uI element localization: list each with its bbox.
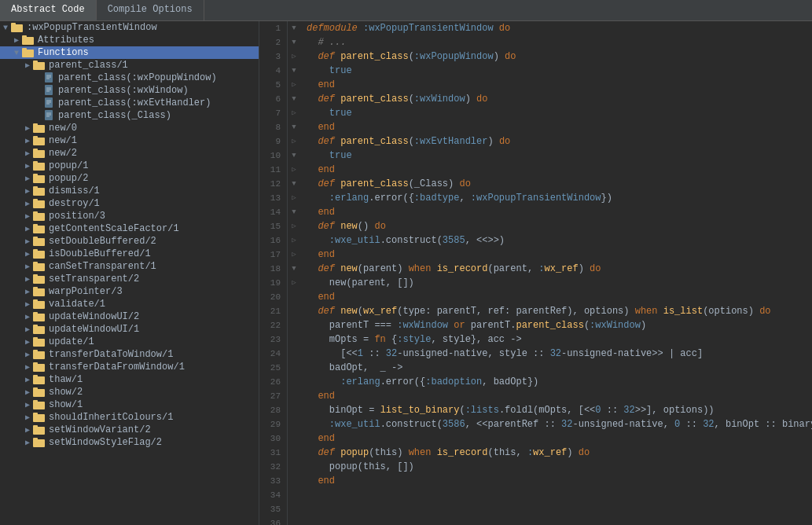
svg-rect-37 <box>33 199 38 202</box>
tree-arrow: ▶ <box>22 325 33 334</box>
tree-item-show1[interactable]: ▶ show/1 <box>0 398 259 411</box>
tree-item-pc_class[interactable]: parent_class(_Class) <box>0 109 259 122</box>
tree-item-label: setWindowVariant/2 <box>49 424 151 435</box>
tree-arrow: ▶ <box>22 123 33 133</box>
svg-rect-61 <box>33 350 38 353</box>
fold-indicator[interactable]: ▷ <box>288 78 300 92</box>
tree-item-isDoubleBuffered1[interactable]: ▶ isDoubleBuffered/1 <box>0 248 259 260</box>
tree-item-setTransparent2[interactable]: ▶ setTransparent/2 <box>0 273 259 285</box>
fold-indicator[interactable]: ▷ <box>288 219 300 233</box>
fold-indicator[interactable]: ▷ <box>288 233 300 248</box>
tree-item-label: Functions <box>38 47 89 58</box>
fold-indicator[interactable]: ▷ <box>288 106 300 120</box>
fold-indicator[interactable]: ▷ <box>288 163 300 177</box>
tree-item-functions[interactable]: ▼ Functions <box>0 46 259 59</box>
tab-abstract-code[interactable]: Abstract Code <box>0 0 97 20</box>
tree-item-shouldInheritColours1[interactable]: ▶ shouldInheritColours/1 <box>0 411 259 424</box>
tree-item-position3[interactable]: ▶ position/3 <box>0 210 259 222</box>
fold-indicator[interactable]: ▼ <box>288 92 300 106</box>
line-number: 8 <box>263 120 281 134</box>
folder-icon <box>33 236 46 247</box>
tree-arrow: ▶ <box>22 249 33 259</box>
tree-item-new2[interactable]: ▶ new/2 <box>0 147 259 160</box>
fold-indicator[interactable]: ▼ <box>288 177 300 191</box>
tree-item-destroy1[interactable]: ▶ destroy/1 <box>0 197 259 210</box>
line-number: 29 <box>263 417 281 431</box>
main-layout: ▼ :wxPopupTransientWindow▶ Attributes▼ F… <box>0 21 812 525</box>
line-number: 13 <box>263 191 281 205</box>
tree-item-label: parent_class(:wxEvtHandler) <box>58 97 211 108</box>
tree-item-updateWindowUI2[interactable]: ▶ updateWindowUI/2 <box>0 310 259 323</box>
tree-item-validate1[interactable]: ▶ validate/1 <box>0 298 259 310</box>
tree-item-getContentScaleFactor1[interactable]: ▶ getContentScaleFactor/1 <box>0 222 259 235</box>
svg-rect-35 <box>33 186 38 189</box>
fold-indicator[interactable]: ▼ <box>288 21 300 35</box>
tab-bar: Abstract CodeCompile Options <box>0 0 812 21</box>
tree-item-transferDataFromWindow1[interactable]: ▶ transferDataFromWindow/1 <box>0 361 259 373</box>
fold-indicator[interactable]: ▷ <box>288 248 300 262</box>
tree-item-pc_wxevthandler[interactable]: parent_class(:wxEvtHandler) <box>0 97 259 109</box>
file-icon <box>44 85 55 96</box>
line-number: 12 <box>263 177 281 191</box>
tree-item-label: transferDataFromWindow/1 <box>49 362 185 373</box>
tree-arrow: ▶ <box>22 274 33 284</box>
tree-item-setWindowStyleFlag2[interactable]: ▶ setWindowStyleFlag/2 <box>0 436 259 449</box>
tree-item-label: shouldInheritColours/1 <box>49 412 173 423</box>
tree-item-popup1[interactable]: ▶ popup/1 <box>0 160 259 172</box>
tree-item-thaw1[interactable]: ▶ thaw/1 <box>0 373 259 386</box>
fold-indicator[interactable]: ▼ <box>288 205 300 219</box>
folder-icon <box>33 135 46 146</box>
tree-item-dismiss1[interactable]: ▶ dismiss/1 <box>0 185 259 197</box>
tree-item-label: show/1 <box>49 399 83 410</box>
tree-item-new1[interactable]: ▶ new/1 <box>0 134 259 147</box>
tree-item-label: setWindowStyleFlag/2 <box>49 437 162 448</box>
svg-rect-49 <box>33 274 38 277</box>
tree-item-label: setDoubleBuffered/2 <box>49 236 156 247</box>
fold-indicator[interactable]: ▷ <box>288 276 300 290</box>
fold-indicator[interactable]: ▷ <box>288 50 300 64</box>
fold-indicator[interactable]: ▼ <box>288 35 300 50</box>
tree-item-root[interactable]: ▼ :wxPopupTransientWindow <box>0 21 259 34</box>
tree-item-warpPointer3[interactable]: ▶ warpPointer/3 <box>0 285 259 298</box>
fold-indicator[interactable]: ▼ <box>288 262 300 276</box>
tree-item-new0[interactable]: ▶ new/0 <box>0 122 259 134</box>
folder-icon <box>33 437 46 448</box>
tree-item-setWindowVariant2[interactable]: ▶ setWindowVariant/2 <box>0 424 259 436</box>
svg-rect-33 <box>33 174 38 177</box>
svg-rect-55 <box>33 312 38 315</box>
folder-icon <box>33 173 46 184</box>
tree-arrow: ▶ <box>22 438 33 447</box>
tree-item-pc_wxpopupwindow[interactable]: parent_class(:wxPopupWindow) <box>0 72 259 84</box>
tree-item-label: new/1 <box>49 135 77 146</box>
folder-icon <box>33 160 46 171</box>
tree-item-transferDataToWindow1[interactable]: ▶ transferDataToWindow/1 <box>0 348 259 361</box>
tree-item-update1[interactable]: ▶ update/1 <box>0 336 259 348</box>
line-number: 24 <box>263 347 281 361</box>
tree-item-pc_wxwindow[interactable]: parent_class(:wxWindow) <box>0 84 259 97</box>
tree-item-label: dismiss/1 <box>49 185 100 196</box>
tab-compile-options[interactable]: Compile Options <box>97 0 204 20</box>
tree-item-updateWindowUI1[interactable]: ▶ updateWindowUI/1 <box>0 323 259 336</box>
fold-indicator[interactable]: ▼ <box>288 64 300 78</box>
line-number: 28 <box>263 403 281 417</box>
tree-item-popup2[interactable]: ▶ popup/2 <box>0 172 259 185</box>
tree-item-label: parent_class/1 <box>49 60 128 71</box>
tree-item-show2[interactable]: ▶ show/2 <box>0 386 259 398</box>
code-line: :erlang.error({:badoption, badOpt}) <box>307 375 812 389</box>
fold-indicator[interactable]: ▷ <box>288 191 300 205</box>
tree-item-canSetTransparent1[interactable]: ▶ canSetTransparent/1 <box>0 260 259 273</box>
code-line: new(parent, []) <box>307 276 812 290</box>
svg-rect-27 <box>33 136 38 139</box>
fold-indicator[interactable]: ▼ <box>288 149 300 163</box>
code-line: popup(this, []) <box>307 460 812 474</box>
folder-icon <box>11 22 24 33</box>
tree-item-attributes[interactable]: ▶ Attributes <box>0 34 259 46</box>
tree-item-parent_class1[interactable]: ▶ parent_class/1 <box>0 59 259 72</box>
fold-indicator[interactable]: ▷ <box>288 134 300 149</box>
code-line: binOpt = list_to_binary(:lists.foldl(mOp… <box>307 403 812 417</box>
folder-icon <box>33 387 46 398</box>
fold-indicator[interactable]: ▼ <box>288 120 300 134</box>
file-icon <box>44 72 55 83</box>
tree-item-setDoubleBuffered2[interactable]: ▶ setDoubleBuffered/2 <box>0 235 259 248</box>
tree-item-label: updateWindowUI/2 <box>49 311 139 322</box>
